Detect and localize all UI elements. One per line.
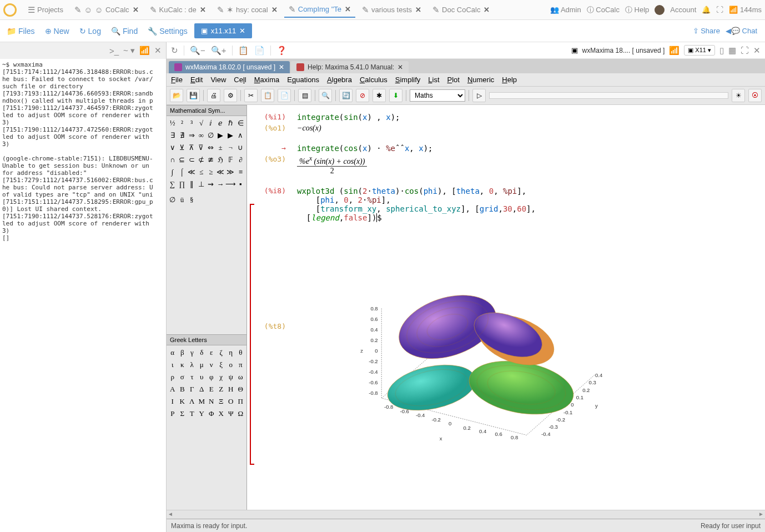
- greek-button[interactable]: Ο: [226, 395, 236, 408]
- layout-icon[interactable]: ▯: [719, 46, 724, 56]
- x11-button[interactable]: ▣ X11 ▾: [684, 45, 715, 56]
- greek-button[interactable]: Υ: [197, 408, 207, 420]
- symbol-button[interactable]: §: [187, 194, 197, 206]
- greek-button[interactable]: Ζ: [217, 383, 227, 395]
- project-tab-0[interactable]: ✎ ☺ ☺CoCalc✕: [70, 3, 143, 17]
- greek-button[interactable]: ξ: [217, 359, 227, 371]
- symbol-button[interactable]: ℯ: [215, 117, 225, 129]
- symbol-button[interactable]: →: [215, 178, 225, 190]
- close-icon[interactable]: ✕: [200, 6, 206, 14]
- menu-edit[interactable]: Edit: [190, 76, 203, 84]
- share-button[interactable]: ⇧ Share: [693, 27, 720, 35]
- greek-button[interactable]: Ξ: [217, 395, 227, 408]
- greek-button[interactable]: Δ: [197, 383, 207, 395]
- symbol-button[interactable]: ⇒: [187, 129, 197, 142]
- paste-icon[interactable]: 📄: [278, 89, 291, 102]
- greek-button[interactable]: β: [178, 347, 188, 359]
- symbol-button[interactable]: ü: [177, 194, 187, 206]
- select-icon[interactable]: ▤: [298, 89, 311, 102]
- close-icon[interactable]: ✕: [345, 5, 351, 13]
- close-icon[interactable]: ✕: [133, 6, 139, 14]
- copy-icon[interactable]: 📋: [261, 89, 274, 102]
- greek-button[interactable]: Χ: [217, 408, 227, 420]
- symbol-button[interactable]: ∏: [177, 178, 187, 190]
- symbol-button[interactable]: ±: [215, 142, 225, 154]
- avatar[interactable]: [655, 5, 665, 15]
- symbol-button[interactable]: ∄: [177, 129, 187, 142]
- run-icon[interactable]: ⬇: [389, 89, 402, 102]
- cut-icon[interactable]: ✂: [244, 89, 258, 102]
- project-tab-3[interactable]: ✎CompImg "Te✕: [284, 2, 355, 18]
- admin-link[interactable]: 👥 Admin: [550, 6, 581, 14]
- wxm-tab-main[interactable]: wxMaxima 18.02.0 [ unsaved ]✕: [169, 61, 290, 73]
- cell-type-select[interactable]: Maths: [410, 89, 465, 102]
- close-icon[interactable]: ✕: [279, 63, 284, 71]
- restart-icon[interactable]: 🔄: [339, 89, 353, 102]
- stop-icon[interactable]: ⊘: [356, 89, 369, 102]
- symbol-button[interactable]: ≫: [225, 166, 236, 178]
- greek-button[interactable]: Τ: [187, 408, 197, 420]
- reload-icon[interactable]: ↻: [171, 46, 178, 56]
- split-icon[interactable]: ▦: [728, 46, 736, 56]
- greek-button[interactable]: λ: [187, 359, 197, 371]
- greek-button[interactable]: ο: [226, 359, 236, 371]
- greek-button[interactable]: Ν: [207, 395, 217, 408]
- symbol-button[interactable]: ³: [187, 117, 197, 129]
- menu-equations[interactable]: Equations: [287, 76, 319, 84]
- menu-simplify[interactable]: Simplify: [395, 76, 421, 84]
- greek-button[interactable]: Ε: [207, 383, 217, 395]
- greek-button[interactable]: π: [236, 359, 246, 371]
- greek-button[interactable]: η: [226, 347, 236, 359]
- symbol-button[interactable]: ≇: [206, 154, 215, 166]
- symbol-button[interactable]: ▶: [225, 129, 236, 142]
- cocalc-link[interactable]: ⓘ CoCalc: [587, 5, 620, 15]
- wxm-tab-help[interactable]: Help: Maxima 5.41.0 Manual:✕: [291, 61, 409, 73]
- worksheet[interactable]: (%i1) integrate(sin(x) , x); (%o1) −cos(…: [247, 105, 765, 510]
- greek-button[interactable]: Φ: [207, 408, 217, 420]
- symbol-button[interactable]: ▶: [215, 129, 225, 142]
- symbol-button[interactable]: ⇝: [206, 178, 215, 190]
- paste-icon[interactable]: 📄: [254, 46, 265, 56]
- greek-button[interactable]: ω: [236, 371, 246, 383]
- fullscreen-icon[interactable]: ⛶: [716, 6, 723, 14]
- symbol-button[interactable]: ≡: [236, 166, 245, 178]
- greek-button[interactable]: τ: [187, 371, 197, 383]
- symbol-button[interactable]: ⊽: [197, 142, 206, 154]
- close-icon[interactable]: ✕: [753, 46, 761, 56]
- menu-calculus[interactable]: Calculus: [360, 76, 387, 84]
- symbol-button[interactable]: ∪: [236, 142, 245, 154]
- chat-button[interactable]: ◀💬 Chat: [726, 27, 757, 35]
- fullscreen-icon[interactable]: ⛶: [741, 46, 749, 55]
- copy-icon[interactable]: 📋: [238, 46, 249, 56]
- symbol-button[interactable]: [225, 194, 236, 206]
- greek-button[interactable]: Η: [226, 383, 236, 395]
- file-tab[interactable]: ▣x11.x11✕: [194, 23, 253, 38]
- symbol-button[interactable]: ⊻: [177, 142, 187, 154]
- log-button[interactable]: ↻Log: [76, 24, 104, 38]
- symbol-button[interactable]: ²: [177, 117, 187, 129]
- greek-button[interactable]: φ: [207, 371, 217, 383]
- symbol-button[interactable]: ⊂: [187, 154, 197, 166]
- symbol-button[interactable]: ⌠: [177, 166, 187, 178]
- symbol-button[interactable]: ½: [168, 117, 177, 129]
- projects-button[interactable]: ☰Projects: [23, 3, 68, 17]
- star-icon[interactable]: ✱: [373, 89, 386, 102]
- find-button[interactable]: 🔍Find: [108, 24, 141, 38]
- close-icon[interactable]: ✕: [271, 6, 278, 14]
- symbol-button[interactable]: ∂: [236, 154, 245, 166]
- help-link[interactable]: ⓘ Help: [625, 5, 649, 15]
- greek-button[interactable]: α: [168, 347, 178, 359]
- greek-button[interactable]: Γ: [187, 383, 197, 395]
- greek-button[interactable]: Κ: [178, 395, 188, 408]
- find-icon[interactable]: 🔍: [319, 89, 332, 102]
- symbol-button[interactable]: ≥: [206, 166, 215, 178]
- print-icon[interactable]: 🖨: [207, 89, 220, 102]
- greek-button[interactable]: γ: [187, 347, 197, 359]
- symbol-button[interactable]: ∑: [168, 178, 177, 190]
- greek-button[interactable]: Λ: [187, 395, 197, 408]
- greek-button[interactable]: Μ: [197, 395, 207, 408]
- symbol-button[interactable]: ∅: [206, 129, 215, 142]
- greek-button[interactable]: κ: [178, 359, 188, 371]
- menu-algebra[interactable]: Algebra: [327, 76, 352, 84]
- terminal-icon[interactable]: >_: [109, 46, 119, 56]
